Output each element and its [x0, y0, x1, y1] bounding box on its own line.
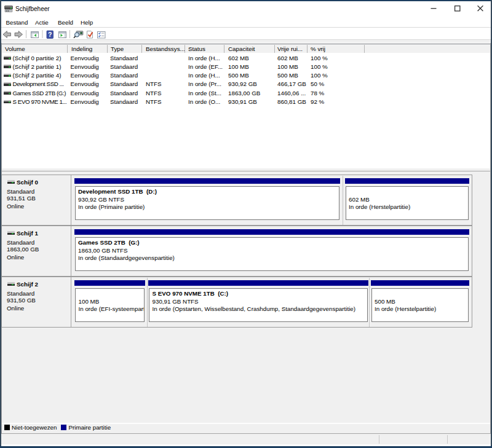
svg-text:?: ? [48, 31, 52, 38]
